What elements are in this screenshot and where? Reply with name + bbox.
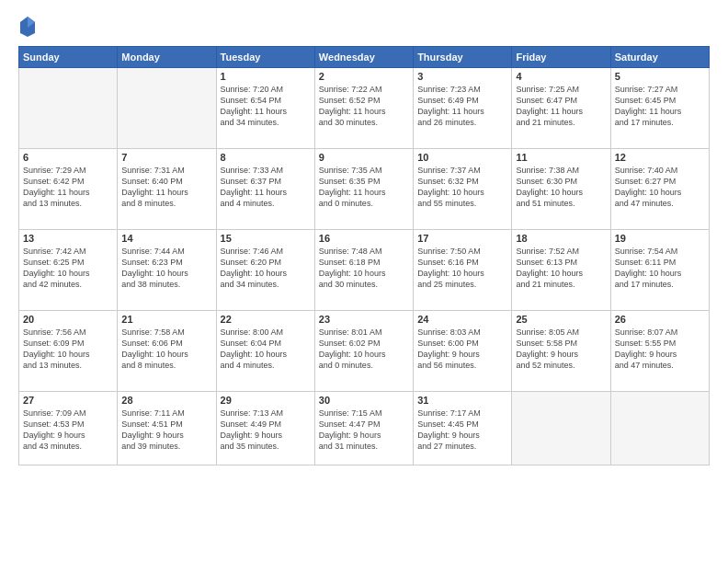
day-number: 6 [23, 152, 113, 163]
day-content: Sunrise: 7:15 AM Sunset: 4:47 PM Dayligh… [319, 408, 409, 453]
day-number: 14 [121, 233, 211, 244]
day-cell: 13Sunrise: 7:42 AM Sunset: 6:25 PM Dayli… [19, 230, 118, 311]
day-number: 28 [121, 395, 211, 406]
day-content: Sunrise: 8:05 AM Sunset: 5:58 PM Dayligh… [516, 327, 606, 372]
day-number: 26 [615, 314, 705, 325]
day-content: Sunrise: 7:09 AM Sunset: 4:53 PM Dayligh… [23, 408, 113, 453]
day-cell: 23Sunrise: 8:01 AM Sunset: 6:02 PM Dayli… [314, 311, 413, 392]
day-cell: 22Sunrise: 8:00 AM Sunset: 6:04 PM Dayli… [216, 311, 314, 392]
day-content: Sunrise: 7:44 AM Sunset: 6:23 PM Dayligh… [121, 246, 211, 291]
day-cell: 25Sunrise: 8:05 AM Sunset: 5:58 PM Dayli… [512, 311, 610, 392]
day-number: 5 [615, 71, 705, 82]
day-number: 24 [417, 314, 507, 325]
day-number: 23 [319, 314, 409, 325]
day-number: 16 [319, 233, 409, 244]
day-number: 15 [221, 233, 311, 244]
day-number: 29 [221, 395, 311, 406]
day-cell: 1Sunrise: 7:20 AM Sunset: 6:54 PM Daylig… [216, 68, 314, 149]
day-cell: 19Sunrise: 7:54 AM Sunset: 6:11 PM Dayli… [610, 230, 709, 311]
day-number: 4 [516, 71, 606, 82]
day-cell [19, 68, 118, 149]
day-content: Sunrise: 7:20 AM Sunset: 6:54 PM Dayligh… [221, 84, 311, 129]
day-number: 25 [516, 314, 606, 325]
day-content: Sunrise: 7:38 AM Sunset: 6:30 PM Dayligh… [516, 165, 606, 210]
day-content: Sunrise: 7:17 AM Sunset: 4:45 PM Dayligh… [417, 408, 507, 453]
week-row-4: 20Sunrise: 7:56 AM Sunset: 6:09 PM Dayli… [19, 311, 710, 392]
day-number: 18 [516, 233, 606, 244]
day-content: Sunrise: 7:52 AM Sunset: 6:13 PM Dayligh… [516, 246, 606, 291]
day-cell: 29Sunrise: 7:13 AM Sunset: 4:49 PM Dayli… [216, 392, 314, 465]
day-content: Sunrise: 7:23 AM Sunset: 6:49 PM Dayligh… [417, 84, 507, 129]
day-content: Sunrise: 8:07 AM Sunset: 5:55 PM Dayligh… [615, 327, 705, 372]
day-cell: 15Sunrise: 7:46 AM Sunset: 6:20 PM Dayli… [216, 230, 314, 311]
day-number: 21 [121, 314, 211, 325]
weekday-header-row: SundayMondayTuesdayWednesdayThursdayFrid… [19, 47, 710, 68]
day-number: 19 [615, 233, 705, 244]
day-content: Sunrise: 7:40 AM Sunset: 6:27 PM Dayligh… [615, 165, 705, 210]
logo [18, 15, 39, 37]
day-cell: 12Sunrise: 7:40 AM Sunset: 6:27 PM Dayli… [610, 149, 709, 230]
day-content: Sunrise: 7:54 AM Sunset: 6:11 PM Dayligh… [615, 246, 705, 291]
day-cell: 31Sunrise: 7:17 AM Sunset: 4:45 PM Dayli… [414, 392, 512, 465]
day-cell: 27Sunrise: 7:09 AM Sunset: 4:53 PM Dayli… [19, 392, 118, 465]
day-cell: 24Sunrise: 8:03 AM Sunset: 6:00 PM Dayli… [414, 311, 512, 392]
day-content: Sunrise: 7:22 AM Sunset: 6:52 PM Dayligh… [319, 84, 409, 129]
day-number: 2 [319, 71, 409, 82]
day-number: 20 [23, 314, 113, 325]
calendar: SundayMondayTuesdayWednesdayThursdayFrid… [18, 46, 710, 465]
day-number: 12 [615, 152, 705, 163]
day-content: Sunrise: 7:37 AM Sunset: 6:32 PM Dayligh… [417, 165, 507, 210]
week-row-2: 6Sunrise: 7:29 AM Sunset: 6:42 PM Daylig… [19, 149, 710, 230]
logo-icon [18, 15, 37, 37]
day-cell: 4Sunrise: 7:25 AM Sunset: 6:47 PM Daylig… [512, 68, 610, 149]
header [18, 15, 710, 37]
day-cell: 9Sunrise: 7:35 AM Sunset: 6:35 PM Daylig… [314, 149, 413, 230]
week-row-5: 27Sunrise: 7:09 AM Sunset: 4:53 PM Dayli… [19, 392, 710, 465]
day-cell: 10Sunrise: 7:37 AM Sunset: 6:32 PM Dayli… [414, 149, 512, 230]
weekday-wednesday: Wednesday [314, 47, 413, 68]
day-cell: 30Sunrise: 7:15 AM Sunset: 4:47 PM Dayli… [314, 392, 413, 465]
day-content: Sunrise: 7:29 AM Sunset: 6:42 PM Dayligh… [23, 165, 113, 210]
day-cell: 6Sunrise: 7:29 AM Sunset: 6:42 PM Daylig… [19, 149, 118, 230]
day-cell: 18Sunrise: 7:52 AM Sunset: 6:13 PM Dayli… [512, 230, 610, 311]
day-cell: 21Sunrise: 7:58 AM Sunset: 6:06 PM Dayli… [118, 311, 216, 392]
day-cell: 26Sunrise: 8:07 AM Sunset: 5:55 PM Dayli… [610, 311, 709, 392]
day-number: 11 [516, 152, 606, 163]
day-number: 3 [417, 71, 507, 82]
day-number: 9 [319, 152, 409, 163]
day-cell: 5Sunrise: 7:27 AM Sunset: 6:45 PM Daylig… [610, 68, 709, 149]
day-cell: 16Sunrise: 7:48 AM Sunset: 6:18 PM Dayli… [314, 230, 413, 311]
weekday-friday: Friday [512, 47, 610, 68]
day-content: Sunrise: 8:01 AM Sunset: 6:02 PM Dayligh… [319, 327, 409, 372]
day-cell: 17Sunrise: 7:50 AM Sunset: 6:16 PM Dayli… [414, 230, 512, 311]
day-content: Sunrise: 7:46 AM Sunset: 6:20 PM Dayligh… [221, 246, 311, 291]
weekday-monday: Monday [118, 47, 216, 68]
weekday-thursday: Thursday [414, 47, 512, 68]
day-content: Sunrise: 8:00 AM Sunset: 6:04 PM Dayligh… [221, 327, 311, 372]
day-cell: 11Sunrise: 7:38 AM Sunset: 6:30 PM Dayli… [512, 149, 610, 230]
day-content: Sunrise: 7:35 AM Sunset: 6:35 PM Dayligh… [319, 165, 409, 210]
day-cell: 3Sunrise: 7:23 AM Sunset: 6:49 PM Daylig… [414, 68, 512, 149]
day-number: 7 [121, 152, 211, 163]
page: SundayMondayTuesdayWednesdayThursdayFrid… [0, 0, 728, 563]
day-cell: 14Sunrise: 7:44 AM Sunset: 6:23 PM Dayli… [118, 230, 216, 311]
weekday-sunday: Sunday [19, 47, 118, 68]
day-content: Sunrise: 7:50 AM Sunset: 6:16 PM Dayligh… [417, 246, 507, 291]
day-content: Sunrise: 7:42 AM Sunset: 6:25 PM Dayligh… [23, 246, 113, 291]
day-number: 8 [221, 152, 311, 163]
week-row-3: 13Sunrise: 7:42 AM Sunset: 6:25 PM Dayli… [19, 230, 710, 311]
day-number: 27 [23, 395, 113, 406]
day-content: Sunrise: 7:27 AM Sunset: 6:45 PM Dayligh… [615, 84, 705, 129]
day-content: Sunrise: 7:31 AM Sunset: 6:40 PM Dayligh… [121, 165, 211, 210]
day-cell: 28Sunrise: 7:11 AM Sunset: 4:51 PM Dayli… [118, 392, 216, 465]
day-content: Sunrise: 8:03 AM Sunset: 6:00 PM Dayligh… [417, 327, 507, 372]
day-number: 1 [221, 71, 311, 82]
day-content: Sunrise: 7:33 AM Sunset: 6:37 PM Dayligh… [221, 165, 311, 210]
day-content: Sunrise: 7:13 AM Sunset: 4:49 PM Dayligh… [221, 408, 311, 453]
day-cell: 7Sunrise: 7:31 AM Sunset: 6:40 PM Daylig… [118, 149, 216, 230]
day-content: Sunrise: 7:25 AM Sunset: 6:47 PM Dayligh… [516, 84, 606, 129]
day-number: 13 [23, 233, 113, 244]
day-number: 22 [221, 314, 311, 325]
day-content: Sunrise: 7:58 AM Sunset: 6:06 PM Dayligh… [121, 327, 211, 372]
day-content: Sunrise: 7:11 AM Sunset: 4:51 PM Dayligh… [121, 408, 211, 453]
